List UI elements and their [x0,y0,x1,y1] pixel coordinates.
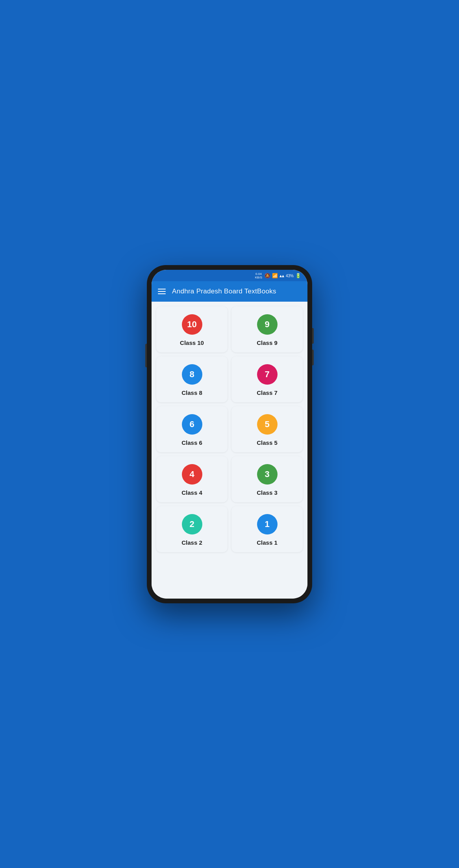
notification-icon: 🔕 [265,273,270,278]
label-class-9: Class 9 [257,339,278,346]
status-bar: 0.04 KB/S 🔕 📶 ▴▴ 43% 🔋 [152,270,307,281]
battery-icon: 🔋 [295,273,301,278]
volume-left-button [145,344,147,367]
menu-button[interactable] [158,289,166,294]
network-speed: 0.04 KB/S [255,272,262,280]
label-class-2: Class 2 [181,539,202,546]
label-class-6: Class 6 [181,439,202,446]
badge-class-9: 9 [257,314,278,335]
label-class-1: Class 1 [257,539,278,546]
label-class-8: Class 8 [181,389,202,396]
card-class-1[interactable]: 1Class 1 [231,506,303,552]
phone-frame: 0.04 KB/S 🔕 📶 ▴▴ 43% 🔋 Andhra Pradesh Bo… [147,265,312,603]
label-class-5: Class 5 [257,439,278,446]
badge-class-3: 3 [257,464,278,485]
card-class-3[interactable]: 3Class 3 [231,456,303,502]
badge-class-10: 10 [182,314,202,335]
card-class-9[interactable]: 9Class 9 [231,306,303,352]
content-area: 10Class 109Class 98Class 87Class 76Class… [152,302,307,599]
card-class-8[interactable]: 8Class 8 [156,356,228,402]
badge-class-7: 7 [257,364,278,385]
badge-class-1: 1 [257,514,278,534]
badge-class-5: 5 [257,414,278,435]
label-class-4: Class 4 [181,489,202,496]
card-class-2[interactable]: 2Class 2 [156,506,228,552]
app-bar: Andhra Pradesh Board TextBooks [152,281,307,302]
phone-screen: 0.04 KB/S 🔕 📶 ▴▴ 43% 🔋 Andhra Pradesh Bo… [152,270,307,599]
badge-class-8: 8 [182,364,202,385]
card-class-7[interactable]: 7Class 7 [231,356,303,402]
volume-button [312,350,314,365]
card-class-5[interactable]: 5Class 5 [231,406,303,452]
power-button [312,328,314,344]
card-class-6[interactable]: 6Class 6 [156,406,228,452]
label-class-10: Class 10 [180,339,204,346]
wifi-icon: 📶 [272,273,278,278]
badge-class-4: 4 [182,464,202,485]
card-class-4[interactable]: 4Class 4 [156,456,228,502]
signal-icon: ▴▴ [279,273,284,278]
battery-indicator: 43% [286,274,294,278]
label-class-3: Class 3 [257,489,278,496]
app-title: Andhra Pradesh Board TextBooks [172,287,276,295]
card-class-10[interactable]: 10Class 10 [156,306,228,352]
badge-class-6: 6 [182,414,202,435]
label-class-7: Class 7 [257,389,278,396]
class-grid: 10Class 109Class 98Class 87Class 76Class… [156,306,303,552]
status-icons: 🔕 📶 ▴▴ 43% 🔋 [265,273,301,278]
badge-class-2: 2 [182,514,202,534]
